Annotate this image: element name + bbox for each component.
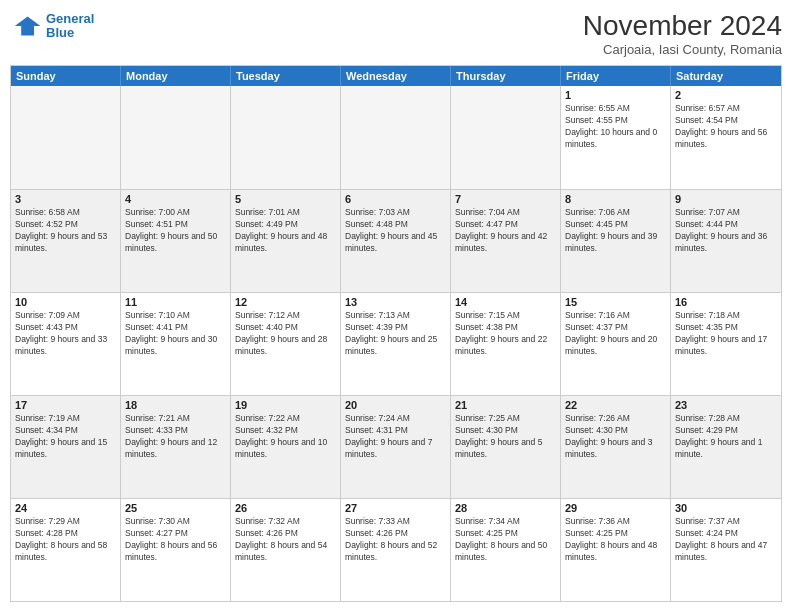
day-info-7: Sunrise: 7:04 AMSunset: 4:47 PMDaylight:… (455, 207, 556, 255)
day-info-22: Sunrise: 7:26 AMSunset: 4:30 PMDaylight:… (565, 413, 666, 461)
page-container: General Blue November 2024 Carjoaia, Ias… (0, 0, 792, 612)
day-cell-5: 5Sunrise: 7:01 AMSunset: 4:49 PMDaylight… (231, 190, 341, 292)
day-cell-13: 13Sunrise: 7:13 AMSunset: 4:39 PMDayligh… (341, 293, 451, 395)
empty-cell (341, 86, 451, 189)
day-cell-17: 17Sunrise: 7:19 AMSunset: 4:34 PMDayligh… (11, 396, 121, 498)
day-info-9: Sunrise: 7:07 AMSunset: 4:44 PMDaylight:… (675, 207, 777, 255)
day-cell-19: 19Sunrise: 7:22 AMSunset: 4:32 PMDayligh… (231, 396, 341, 498)
day-number-26: 26 (235, 502, 336, 514)
day-number-30: 30 (675, 502, 777, 514)
day-number-1: 1 (565, 89, 666, 101)
day-number-7: 7 (455, 193, 556, 205)
day-number-13: 13 (345, 296, 446, 308)
day-info-18: Sunrise: 7:21 AMSunset: 4:33 PMDaylight:… (125, 413, 226, 461)
day-number-9: 9 (675, 193, 777, 205)
day-cell-14: 14Sunrise: 7:15 AMSunset: 4:38 PMDayligh… (451, 293, 561, 395)
day-cell-18: 18Sunrise: 7:21 AMSunset: 4:33 PMDayligh… (121, 396, 231, 498)
day-number-12: 12 (235, 296, 336, 308)
month-title: November 2024 (583, 10, 782, 42)
day-number-27: 27 (345, 502, 446, 514)
day-info-21: Sunrise: 7:25 AMSunset: 4:30 PMDaylight:… (455, 413, 556, 461)
day-cell-12: 12Sunrise: 7:12 AMSunset: 4:40 PMDayligh… (231, 293, 341, 395)
day-info-13: Sunrise: 7:13 AMSunset: 4:39 PMDaylight:… (345, 310, 446, 358)
title-block: November 2024 Carjoaia, Iasi County, Rom… (583, 10, 782, 57)
day-info-20: Sunrise: 7:24 AMSunset: 4:31 PMDaylight:… (345, 413, 446, 461)
day-info-29: Sunrise: 7:36 AMSunset: 4:25 PMDaylight:… (565, 516, 666, 564)
day-info-16: Sunrise: 7:18 AMSunset: 4:35 PMDaylight:… (675, 310, 777, 358)
day-number-8: 8 (565, 193, 666, 205)
day-number-10: 10 (15, 296, 116, 308)
calendar-header: SundayMondayTuesdayWednesdayThursdayFrid… (11, 66, 781, 86)
day-info-25: Sunrise: 7:30 AMSunset: 4:27 PMDaylight:… (125, 516, 226, 564)
day-cell-20: 20Sunrise: 7:24 AMSunset: 4:31 PMDayligh… (341, 396, 451, 498)
day-cell-4: 4Sunrise: 7:00 AMSunset: 4:51 PMDaylight… (121, 190, 231, 292)
day-cell-26: 26Sunrise: 7:32 AMSunset: 4:26 PMDayligh… (231, 499, 341, 601)
day-number-25: 25 (125, 502, 226, 514)
day-cell-8: 8Sunrise: 7:06 AMSunset: 4:45 PMDaylight… (561, 190, 671, 292)
day-info-27: Sunrise: 7:33 AMSunset: 4:26 PMDaylight:… (345, 516, 446, 564)
day-info-23: Sunrise: 7:28 AMSunset: 4:29 PMDaylight:… (675, 413, 777, 461)
day-cell-21: 21Sunrise: 7:25 AMSunset: 4:30 PMDayligh… (451, 396, 561, 498)
empty-cell (121, 86, 231, 189)
calendar-row-3: 17Sunrise: 7:19 AMSunset: 4:34 PMDayligh… (11, 395, 781, 498)
day-cell-27: 27Sunrise: 7:33 AMSunset: 4:26 PMDayligh… (341, 499, 451, 601)
day-number-16: 16 (675, 296, 777, 308)
day-cell-7: 7Sunrise: 7:04 AMSunset: 4:47 PMDaylight… (451, 190, 561, 292)
logo: General Blue (10, 10, 94, 42)
logo-icon (10, 10, 42, 42)
day-info-5: Sunrise: 7:01 AMSunset: 4:49 PMDaylight:… (235, 207, 336, 255)
day-cell-15: 15Sunrise: 7:16 AMSunset: 4:37 PMDayligh… (561, 293, 671, 395)
day-info-10: Sunrise: 7:09 AMSunset: 4:43 PMDaylight:… (15, 310, 116, 358)
weekday-header-saturday: Saturday (671, 66, 781, 86)
day-number-24: 24 (15, 502, 116, 514)
day-cell-1: 1Sunrise: 6:55 AMSunset: 4:55 PMDaylight… (561, 86, 671, 189)
calendar-row-4: 24Sunrise: 7:29 AMSunset: 4:28 PMDayligh… (11, 498, 781, 601)
day-number-20: 20 (345, 399, 446, 411)
day-cell-29: 29Sunrise: 7:36 AMSunset: 4:25 PMDayligh… (561, 499, 671, 601)
empty-cell (451, 86, 561, 189)
day-number-3: 3 (15, 193, 116, 205)
day-info-26: Sunrise: 7:32 AMSunset: 4:26 PMDaylight:… (235, 516, 336, 564)
day-number-2: 2 (675, 89, 777, 101)
day-cell-23: 23Sunrise: 7:28 AMSunset: 4:29 PMDayligh… (671, 396, 781, 498)
calendar-row-0: 1Sunrise: 6:55 AMSunset: 4:55 PMDaylight… (11, 86, 781, 189)
empty-cell (231, 86, 341, 189)
day-cell-30: 30Sunrise: 7:37 AMSunset: 4:24 PMDayligh… (671, 499, 781, 601)
weekday-header-sunday: Sunday (11, 66, 121, 86)
day-info-1: Sunrise: 6:55 AMSunset: 4:55 PMDaylight:… (565, 103, 666, 151)
day-info-4: Sunrise: 7:00 AMSunset: 4:51 PMDaylight:… (125, 207, 226, 255)
day-number-18: 18 (125, 399, 226, 411)
calendar-row-1: 3Sunrise: 6:58 AMSunset: 4:52 PMDaylight… (11, 189, 781, 292)
day-number-21: 21 (455, 399, 556, 411)
day-info-24: Sunrise: 7:29 AMSunset: 4:28 PMDaylight:… (15, 516, 116, 564)
day-number-28: 28 (455, 502, 556, 514)
day-info-15: Sunrise: 7:16 AMSunset: 4:37 PMDaylight:… (565, 310, 666, 358)
day-number-6: 6 (345, 193, 446, 205)
logo-line2: Blue (46, 25, 74, 40)
weekday-header-tuesday: Tuesday (231, 66, 341, 86)
day-cell-22: 22Sunrise: 7:26 AMSunset: 4:30 PMDayligh… (561, 396, 671, 498)
logo-line1: General (46, 11, 94, 26)
day-info-11: Sunrise: 7:10 AMSunset: 4:41 PMDaylight:… (125, 310, 226, 358)
day-number-5: 5 (235, 193, 336, 205)
day-number-4: 4 (125, 193, 226, 205)
day-cell-9: 9Sunrise: 7:07 AMSunset: 4:44 PMDaylight… (671, 190, 781, 292)
calendar: SundayMondayTuesdayWednesdayThursdayFrid… (10, 65, 782, 602)
day-number-17: 17 (15, 399, 116, 411)
day-info-12: Sunrise: 7:12 AMSunset: 4:40 PMDaylight:… (235, 310, 336, 358)
day-cell-16: 16Sunrise: 7:18 AMSunset: 4:35 PMDayligh… (671, 293, 781, 395)
day-number-23: 23 (675, 399, 777, 411)
day-info-8: Sunrise: 7:06 AMSunset: 4:45 PMDaylight:… (565, 207, 666, 255)
day-cell-25: 25Sunrise: 7:30 AMSunset: 4:27 PMDayligh… (121, 499, 231, 601)
day-cell-10: 10Sunrise: 7:09 AMSunset: 4:43 PMDayligh… (11, 293, 121, 395)
day-number-29: 29 (565, 502, 666, 514)
day-info-2: Sunrise: 6:57 AMSunset: 4:54 PMDaylight:… (675, 103, 777, 151)
day-number-19: 19 (235, 399, 336, 411)
day-info-17: Sunrise: 7:19 AMSunset: 4:34 PMDaylight:… (15, 413, 116, 461)
calendar-row-2: 10Sunrise: 7:09 AMSunset: 4:43 PMDayligh… (11, 292, 781, 395)
weekday-header-thursday: Thursday (451, 66, 561, 86)
day-cell-11: 11Sunrise: 7:10 AMSunset: 4:41 PMDayligh… (121, 293, 231, 395)
day-number-22: 22 (565, 399, 666, 411)
day-cell-6: 6Sunrise: 7:03 AMSunset: 4:48 PMDaylight… (341, 190, 451, 292)
day-number-14: 14 (455, 296, 556, 308)
